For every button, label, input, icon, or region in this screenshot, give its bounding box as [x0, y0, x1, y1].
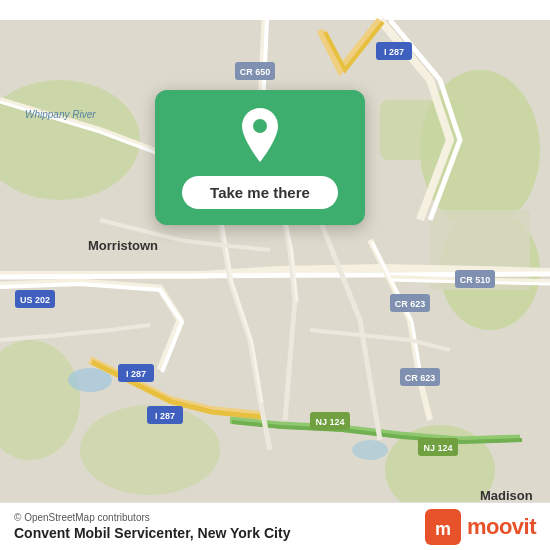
take-me-there-button[interactable]: Take me there	[182, 176, 338, 209]
svg-text:CR 623: CR 623	[405, 373, 436, 383]
moovit-brand-text: moovit	[467, 514, 536, 540]
svg-text:NJ 124: NJ 124	[315, 417, 344, 427]
svg-text:CR 623: CR 623	[395, 299, 426, 309]
moovit-brand-icon: m	[425, 509, 461, 545]
svg-text:I 287: I 287	[384, 47, 404, 57]
svg-text:US 202: US 202	[20, 295, 50, 305]
svg-text:Madison: Madison	[480, 488, 533, 503]
svg-text:I 287: I 287	[126, 369, 146, 379]
svg-text:CR 650: CR 650	[240, 67, 271, 77]
map-container: I 287 I 287 I 287 CR 650 US 202 NJ 124 N…	[0, 0, 550, 550]
moovit-logo: m moovit	[425, 509, 536, 545]
osm-credit: © OpenStreetMap contributors	[14, 512, 290, 523]
svg-point-34	[253, 119, 267, 133]
location-pin-icon	[236, 108, 284, 162]
svg-text:Morristown: Morristown	[88, 238, 158, 253]
map-svg: I 287 I 287 I 287 CR 650 US 202 NJ 124 N…	[0, 0, 550, 550]
svg-text:I 287: I 287	[155, 411, 175, 421]
svg-point-10	[352, 440, 388, 460]
popup-card[interactable]: Take me there	[155, 90, 365, 225]
bottom-bar: © OpenStreetMap contributors Convent Mob…	[0, 502, 550, 550]
svg-text:m: m	[435, 519, 451, 539]
svg-text:NJ 124: NJ 124	[423, 443, 452, 453]
svg-text:CR 510: CR 510	[460, 275, 491, 285]
svg-text:Whippany River: Whippany River	[25, 109, 96, 120]
bottom-left: © OpenStreetMap contributors Convent Mob…	[14, 512, 290, 541]
location-name: Convent Mobil Servicenter, New York City	[14, 525, 290, 541]
